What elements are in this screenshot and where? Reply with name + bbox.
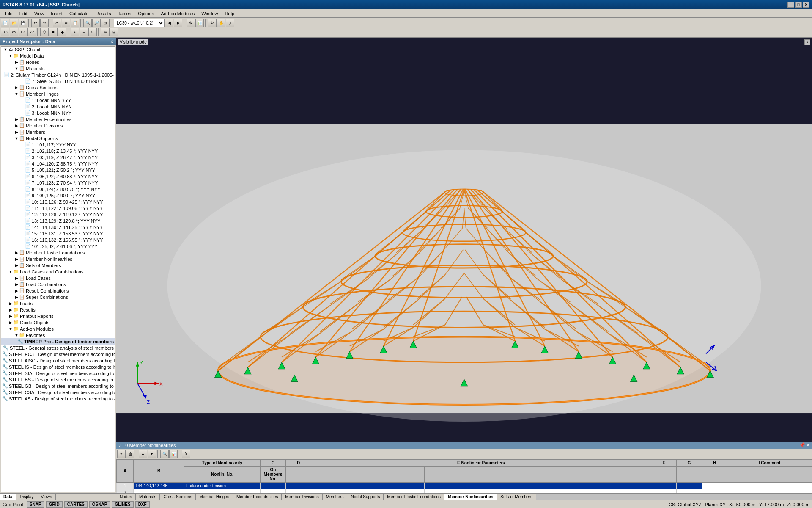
redo-btn[interactable]: ↪ bbox=[40, 19, 49, 27]
tree-sets-of-members[interactable]: ▶ 📋 Sets of Members bbox=[1, 262, 115, 268]
tree-steel-ec3[interactable]: 🔧 STEEL EC3 - Design of steel members ac… bbox=[1, 351, 115, 357]
tree-ns14[interactable]: 📄 14: 114,130; Z 141.25 °; YYY NYY bbox=[1, 224, 115, 230]
copy-btn[interactable]: ⧉ bbox=[62, 19, 70, 27]
tree-hinge3[interactable]: 📄 3: Local: NNN NYY bbox=[1, 110, 115, 116]
nav-tab-data[interactable]: Data bbox=[0, 494, 16, 500]
menu-item-edit[interactable]: Edit bbox=[16, 10, 31, 17]
materials-toggle[interactable]: ▼ bbox=[14, 66, 19, 71]
zoom-out-btn[interactable]: 🔎 bbox=[92, 19, 101, 27]
tree-steel-general[interactable]: 🔧 STEEL - General stress analysis of ste… bbox=[1, 345, 115, 351]
table-cell[interactable] bbox=[311, 483, 425, 489]
tree-ns2[interactable]: 📄 2: 102,118; Z 13.45 °; YYY NYY bbox=[1, 148, 115, 154]
tree-ns5[interactable]: 📄 5: 105,121; Z 50.2 °; YYY NYY bbox=[1, 167, 115, 173]
view-3d-btn[interactable]: 3D bbox=[1, 28, 9, 36]
model-toggle[interactable]: ▼ bbox=[8, 54, 13, 58]
next-btn[interactable]: ▶ bbox=[174, 19, 182, 27]
tree-favorites[interactable]: ▼ 📁 Favorites bbox=[1, 332, 115, 338]
tree-materials[interactable]: ▼ 📋 Materials bbox=[1, 65, 115, 72]
tab-members[interactable]: Members bbox=[323, 494, 348, 500]
dt-up-btn[interactable]: ▲ bbox=[139, 450, 147, 458]
tree-ns101[interactable]: 📄 101: 25,32; Z 61.06 °; YYY YYY bbox=[1, 243, 115, 249]
select-btn[interactable]: ▷ bbox=[226, 19, 234, 27]
dt-formula-btn[interactable]: fx bbox=[182, 450, 190, 458]
render-btn[interactable]: ◆ bbox=[58, 28, 66, 36]
tree-ns6[interactable]: 📄 6: 106,122; Z 60.88 °; YYY NYY bbox=[1, 173, 115, 179]
root-toggle[interactable]: ▼ bbox=[3, 47, 8, 52]
tree-load-cases-combinations[interactable]: ▼ 📁 Load Cases and Combinations bbox=[1, 268, 115, 275]
tab-member-nonlinearities[interactable]: Member Nonlinearities bbox=[444, 494, 497, 500]
tree-steel-gb[interactable]: 🔧 STEEL GB - Design of steel members acc… bbox=[1, 383, 115, 389]
table-cell[interactable] bbox=[425, 483, 538, 489]
tab-member-divisions[interactable]: Member Divisions bbox=[282, 494, 322, 500]
calc-btn[interactable]: ⚙ bbox=[187, 19, 195, 27]
tab-cross-sections[interactable]: Cross-Sections bbox=[160, 494, 196, 500]
tree-ns7[interactable]: 📄 7: 107,123; Z 70.94 °; YYY NYY bbox=[1, 179, 115, 186]
open-btn[interactable]: 📂 bbox=[10, 19, 18, 27]
tree-ns11[interactable]: 📄 11: 111,122; Z 109.06 °; YYY NYY bbox=[1, 205, 115, 211]
tree-ns1[interactable]: 📄 1: 101,117; YYY NYY bbox=[1, 141, 115, 148]
table-cell[interactable] bbox=[261, 483, 286, 489]
navigator-close[interactable]: × bbox=[111, 39, 113, 44]
tree-member-nonlinearities[interactable]: ▶ 📋 Member Nonlinearities bbox=[1, 256, 115, 262]
snap-btn[interactable]: ⊕ bbox=[101, 28, 110, 36]
table-cell[interactable] bbox=[425, 489, 538, 494]
wire-btn[interactable]: ⬡ bbox=[40, 28, 49, 36]
minimize-btn[interactable]: – bbox=[787, 2, 794, 8]
tree-ns3[interactable]: 📄 3: 103,119; Z 26.47 °; YYY NYY bbox=[1, 154, 115, 160]
tree-ns12[interactable]: 📄 12: 112,128; Z 119.12 °; YYY NYY bbox=[1, 211, 115, 218]
tree-ns10[interactable]: 📄 10: 110,126; Z 99.425 °; YYY NYY bbox=[1, 199, 115, 205]
load-case-combo[interactable]: LC30 - wk,0°,(+0,2) bbox=[114, 19, 165, 27]
dt-down-btn[interactable]: ▼ bbox=[148, 450, 156, 458]
tree-nodes[interactable]: ▶ 📋 Nodes bbox=[1, 59, 115, 65]
tab-nodes[interactable]: Nodes bbox=[116, 494, 136, 500]
tree-steel-bs[interactable]: 🔧 STEEL BS - Design of steel members acc… bbox=[1, 376, 115, 383]
grid-btn[interactable]: ⊞ bbox=[110, 28, 118, 36]
nav-tab-display[interactable]: Display bbox=[16, 494, 38, 500]
tree-ns9[interactable]: 📄 9: 109,125; Z 90.0 °; YYY NYY bbox=[1, 192, 115, 199]
undo-btn[interactable]: ↩ bbox=[31, 19, 40, 27]
member-btn[interactable]: ━ bbox=[80, 28, 88, 36]
data-table-body[interactable]: 1134-140,142-145Failure under tension23 bbox=[117, 483, 812, 494]
dt-excel-btn[interactable]: 📊 bbox=[169, 450, 178, 458]
tree-load-combinations[interactable]: ▶ 📋 Load Combinations bbox=[1, 281, 115, 287]
tree-printout-reports[interactable]: ▶ 📁 Printout Reports bbox=[1, 313, 115, 319]
table-row[interactable]: 1134-140,142-145Failure under tension bbox=[117, 483, 812, 489]
view-xz-btn[interactable]: XZ bbox=[19, 28, 27, 36]
result-btn[interactable]: 📊 bbox=[195, 19, 204, 27]
table-cell[interactable] bbox=[677, 489, 702, 494]
status-btn-osnap[interactable]: OSNAP bbox=[89, 501, 110, 508]
tree-timber-pro[interactable]: 🔧 TIMBER Pro - Design of timber members bbox=[1, 338, 115, 345]
pan-btn[interactable]: ✋ bbox=[217, 19, 225, 27]
table-cell[interactable] bbox=[311, 489, 425, 494]
tree-nodal-supports[interactable]: ▼ 📋 Nodal Supports bbox=[1, 135, 115, 141]
status-btn-dxf[interactable]: DXF bbox=[135, 501, 150, 508]
paste-btn[interactable]: 📋 bbox=[71, 19, 79, 27]
tree-result-combinations[interactable]: ▶ 📋 Result Combinations bbox=[1, 287, 115, 294]
menu-item-insert[interactable]: Insert bbox=[47, 10, 66, 17]
status-btn-grid[interactable]: GRID bbox=[46, 501, 63, 508]
tree-ns13[interactable]: 📄 13: 113,129; Z 129.8 °; YYY NYY bbox=[1, 218, 115, 224]
bottom-panel-pin[interactable]: 📌 bbox=[799, 442, 805, 448]
tab-sets-of-members[interactable]: Sets of Members bbox=[497, 494, 536, 500]
menu-item-file[interactable]: File bbox=[2, 10, 16, 17]
tree-ns4[interactable]: 📄 4: 104,120; Z 38.75 °; YYY NYY bbox=[1, 160, 115, 167]
table-cell[interactable] bbox=[286, 483, 311, 489]
status-btn-glines[interactable]: GLINES bbox=[112, 501, 133, 508]
prev-btn[interactable]: ◀ bbox=[165, 19, 173, 27]
tree-root[interactable]: ▼ 🗂 SSP_Church bbox=[1, 47, 115, 52]
table-cell[interactable] bbox=[651, 489, 677, 494]
node-btn[interactable]: • bbox=[71, 28, 79, 36]
tree-addon-modules[interactable]: ▼ 📁 Add-on Modules bbox=[1, 326, 115, 332]
table-cell[interactable] bbox=[651, 483, 677, 489]
table-cell[interactable]: 1 bbox=[117, 483, 134, 489]
table-row[interactable]: 2 bbox=[117, 489, 812, 494]
status-btn-cartes[interactable]: CARTES bbox=[64, 501, 88, 508]
tree-hinge1[interactable]: 📄 1: Local: NNN YYY bbox=[1, 97, 115, 103]
tree-model-data[interactable]: ▼ 📁 Model Data bbox=[1, 52, 115, 59]
dt-add-btn[interactable]: + bbox=[117, 450, 126, 458]
tree-ns16[interactable]: 📄 16: 116,132; Z 166.55 °; YYY NYY bbox=[1, 237, 115, 243]
tree-steel-is[interactable]: 🔧 STEEL IS - Design of steel members acc… bbox=[1, 364, 115, 370]
menu-item-add-on-modules[interactable]: Add-on Modules bbox=[157, 10, 198, 17]
tree-member-eccentricities[interactable]: ▶ 📋 Member Eccentricities bbox=[1, 116, 115, 122]
solid-btn[interactable]: ■ bbox=[49, 28, 58, 36]
